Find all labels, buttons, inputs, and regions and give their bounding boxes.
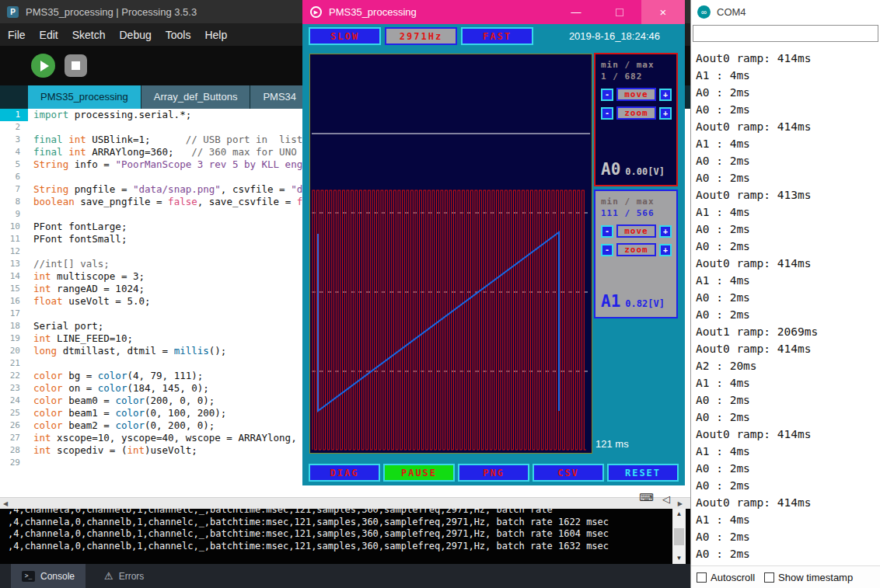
- play-icon: [40, 61, 49, 71]
- tab-console[interactable]: >_ Console: [11, 564, 86, 588]
- collapse-left-icon[interactable]: ◁: [662, 493, 670, 505]
- minimize-button[interactable]: —: [554, 0, 598, 24]
- a0-channel-name: A0: [601, 160, 620, 179]
- menu-edit[interactable]: Edit: [33, 29, 65, 41]
- serial-titlebar[interactable]: ∞ COM4: [691, 0, 880, 23]
- diag-button[interactable]: DIAG: [309, 464, 380, 482]
- a0-zoom-plus-button[interactable]: +: [659, 107, 672, 120]
- serial-send-input[interactable]: [693, 25, 878, 42]
- screen: P PMS35_processing | Processing 3.5.3 Fi…: [0, 0, 880, 588]
- line-number: 20: [0, 345, 28, 357]
- scroll-up-arrow-icon[interactable]: ▲: [676, 510, 683, 518]
- a1-move-button[interactable]: move: [616, 224, 656, 238]
- line-number: 28: [0, 444, 28, 457]
- a1-zoom-minus-button[interactable]: -: [601, 244, 613, 256]
- serial-line: A0 : 2ms: [696, 238, 880, 255]
- slow-button[interactable]: SLOW: [309, 27, 381, 45]
- a1-minmax-value: 111 / 566: [601, 207, 672, 219]
- a0-zoom-minus-button[interactable]: -: [601, 107, 613, 120]
- serial-line: A0 : 2ms: [696, 545, 880, 562]
- line-number: 2: [0, 121, 28, 134]
- png-button[interactable]: PNG: [458, 464, 529, 482]
- scroll-right-arrow-icon[interactable]: ▶: [678, 499, 683, 509]
- serial-line: Aout0 ramp: 414ms: [696, 494, 880, 511]
- line-number: 12: [0, 245, 28, 258]
- a1-zoom-plus-button[interactable]: +: [659, 244, 672, 256]
- channel-a0-panel: min / max 1 / 682 - move + - zoom + A0 0…: [594, 53, 678, 186]
- a0-move-button[interactable]: move: [616, 88, 656, 101]
- a0-move-minus-button[interactable]: -: [601, 89, 613, 101]
- serial-line: A0 : 2ms: [696, 528, 880, 545]
- sketch-play-icon: ▶: [310, 6, 322, 18]
- line-number: 16: [0, 295, 28, 308]
- stop-icon: [72, 61, 80, 70]
- ide-window-title: PMS35_processing | Processing 3.5.3: [26, 6, 197, 18]
- console-line-clipped: ,4,channela,0,channelb,1,channelc,_,batc…: [8, 509, 667, 517]
- console-tab-label: Console: [40, 571, 75, 582]
- a1-zoom-row: - zoom +: [601, 243, 672, 256]
- a0-minmax-value: 1 / 682: [601, 71, 672, 82]
- serial-line: A1 : 4ms: [696, 67, 880, 84]
- run-button[interactable]: [31, 54, 55, 78]
- menu-debug[interactable]: Debug: [113, 29, 159, 41]
- ide-console-output[interactable]: ,4,channela,0,channelb,1,channelc,_,batc…: [0, 509, 690, 564]
- line-number: 8: [0, 196, 28, 208]
- console-line: ,4,channela,0,channelb,1,channelc,_,batc…: [8, 541, 667, 553]
- serial-line: Aout0 ramp: 413ms: [696, 186, 880, 204]
- a0-zoom-button[interactable]: zoom: [616, 106, 656, 120]
- serial-line: Aout0 ramp: 414ms: [696, 426, 880, 443]
- autoscroll-checkbox[interactable]: [697, 572, 707, 583]
- reset-button[interactable]: RESET: [607, 464, 679, 482]
- menu-file[interactable]: File: [1, 29, 33, 41]
- show-timestamp-checkbox[interactable]: [764, 572, 774, 583]
- sample-freq-display[interactable]: 2971Hz: [385, 27, 457, 45]
- maximize-icon: [616, 9, 623, 16]
- scope-bottombar: DIAG PAUSE PNG CSV RESET: [309, 464, 679, 482]
- show-timestamp-label: Show timestamp: [778, 572, 853, 583]
- pause-button[interactable]: PAUSE: [383, 464, 455, 482]
- line-number: 27: [0, 432, 28, 444]
- a1-readout: A1 0.82[V]: [601, 292, 672, 311]
- scroll-left-arrow-icon[interactable]: ◀: [3, 499, 8, 509]
- a0-move-plus-button[interactable]: +: [659, 89, 672, 101]
- serial-line: A0 : 2ms: [696, 101, 880, 118]
- terminal-icon: >_: [22, 571, 35, 582]
- serial-line: A0 : 2ms: [696, 152, 880, 169]
- scrollbar-thumb[interactable]: [674, 528, 684, 545]
- tab-pms35_processing[interactable]: PMS35_processing: [28, 85, 141, 109]
- maximize-button[interactable]: [598, 0, 641, 24]
- editor-horizontal-scrollbar[interactable]: ◀ ▶: [0, 497, 690, 509]
- line-number: 18: [0, 320, 28, 332]
- serial-line: Aout1 ramp: 2069ms: [696, 323, 880, 340]
- close-button[interactable]: ×: [641, 0, 685, 24]
- a1-voltage-value: 0.82[V]: [625, 298, 665, 309]
- serial-line: A0 : 2ms: [696, 289, 880, 306]
- scope-titlebar[interactable]: ▶ PMS35_processing — ×: [302, 0, 685, 24]
- menu-sketch[interactable]: Sketch: [65, 29, 113, 41]
- menu-tools[interactable]: Tools: [159, 29, 198, 41]
- serial-line: A0 : 2ms: [696, 169, 880, 186]
- serial-monitor-icon: ∞: [697, 5, 711, 19]
- menu-help[interactable]: Help: [197, 29, 234, 41]
- serial-output[interactable]: Aout0 ramp: 414msA1 : 4msA0 : 2msA0 : 2m…: [691, 47, 880, 565]
- a1-zoom-button[interactable]: zoom: [616, 243, 656, 256]
- a1-move-plus-button[interactable]: +: [659, 225, 672, 238]
- scope-canvas: [310, 54, 592, 453]
- tab-pms34[interactable]: PMS34: [250, 85, 309, 109]
- serial-line: Aout0 ramp: 414ms: [696, 340, 880, 357]
- channel-a1-panel: min / max 111 / 566 - move + - zoom + A1…: [594, 190, 678, 318]
- line-number: 5: [0, 158, 28, 171]
- scroll-down-arrow-icon[interactable]: ▼: [676, 555, 683, 562]
- a1-move-minus-button[interactable]: -: [601, 225, 613, 238]
- tab-array_def_buttons[interactable]: Array_def_Buttons: [141, 85, 251, 109]
- csv-button[interactable]: CSV: [533, 464, 604, 482]
- console-line: ,4,channela,0,channelb,1,channelc,_,batc…: [8, 528, 667, 541]
- line-number: 1: [0, 109, 28, 121]
- console-scrollbar[interactable]: ▲ ▼: [672, 509, 686, 564]
- line-number: 25: [0, 407, 28, 419]
- touch-keyboard-icon[interactable]: ⌨: [639, 492, 654, 503]
- a0-zoom-row: - zoom +: [601, 106, 672, 120]
- tab-errors[interactable]: ⚠ Errors: [93, 564, 155, 588]
- stop-button[interactable]: [65, 54, 87, 77]
- fast-button[interactable]: FAST: [461, 27, 533, 45]
